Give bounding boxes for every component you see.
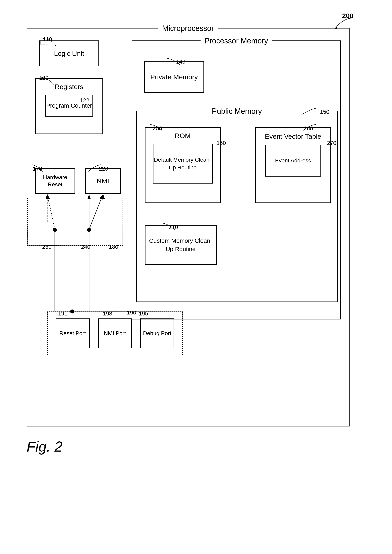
default-memory-box: Default Memory Clean-Up Routine <box>153 144 213 183</box>
custom-memory-label: Custom Memory Clean-Up Routine <box>147 237 214 253</box>
fig-label: Fig. 2 <box>27 438 365 455</box>
reset-port-label: Reset Port <box>59 330 86 337</box>
microprocessor-box: Microprocessor 110 Logic Unit 110 Regist… <box>27 28 350 427</box>
custom-memory-box: Custom Memory Clean-Up Routine <box>145 225 217 265</box>
debug-port-box: Debug Port <box>140 318 174 348</box>
ref122-number: 122 <box>80 97 90 104</box>
private-memory-box: Private Memory <box>144 61 204 93</box>
nmi-port-label: NMI Port <box>104 330 126 337</box>
event-address-label: Event Address <box>275 157 311 164</box>
hardware-reset-box: Hardware Reset <box>35 168 75 194</box>
nmi-label: NMI <box>97 177 109 185</box>
ref191-number: 191 <box>58 310 68 317</box>
debug-port-label: Debug Port <box>143 330 171 337</box>
public-memory-title: Public Memory <box>208 107 266 116</box>
ref230-number: 230 <box>42 244 52 250</box>
nmi-box: NMI <box>85 168 121 194</box>
nmi-port-box: NMI Port <box>98 318 132 348</box>
dotted-box-180 <box>27 198 123 246</box>
diagram-wrapper: 200 Microprocessor 110 Logic Unit 110 <box>27 12 365 455</box>
logic-unit-label: Logic Unit <box>54 50 84 57</box>
hardware-reset-label: Hardware Reset <box>36 174 75 188</box>
microprocessor-title: Microprocessor <box>158 24 218 33</box>
ref110-number: 110 <box>43 36 52 42</box>
reset-port-box: Reset Port <box>56 318 90 348</box>
rom-box: ROM 160 Default Memory Clean-Up Routine <box>145 127 221 203</box>
ref160-number: 160 <box>217 140 226 146</box>
bottom-dashed-box-190: Reset Port NMI Port Debug Port <box>47 311 183 355</box>
ref270-number: 270 <box>327 140 336 146</box>
ref-180-text: 180 <box>109 244 118 250</box>
event-vector-table-title: Event Vector Table <box>260 132 326 141</box>
event-address-box: Event Address <box>265 145 321 176</box>
default-memory-label: Default Memory Clean-Up Routine <box>154 156 212 171</box>
ref195-number: 195 <box>139 310 148 317</box>
private-memory-label: Private Memory <box>150 73 198 81</box>
rom-title: ROM <box>149 132 216 140</box>
public-memory-box: Public Memory 250 ROM 160 Default Memory… <box>136 111 338 302</box>
ref240-number: 240 <box>81 244 91 250</box>
event-vector-table-box: Event Vector Table 270 Event Address <box>255 127 331 203</box>
ref193-number: 193 <box>103 310 112 317</box>
page: 200 Microprocessor 110 Logic Unit 110 <box>0 0 392 554</box>
processor-memory-title: Processor Memory <box>201 37 272 45</box>
processor-memory-box: Processor Memory 140 Private Memory 150 <box>132 41 341 319</box>
ref120-number: 120 <box>39 75 49 81</box>
